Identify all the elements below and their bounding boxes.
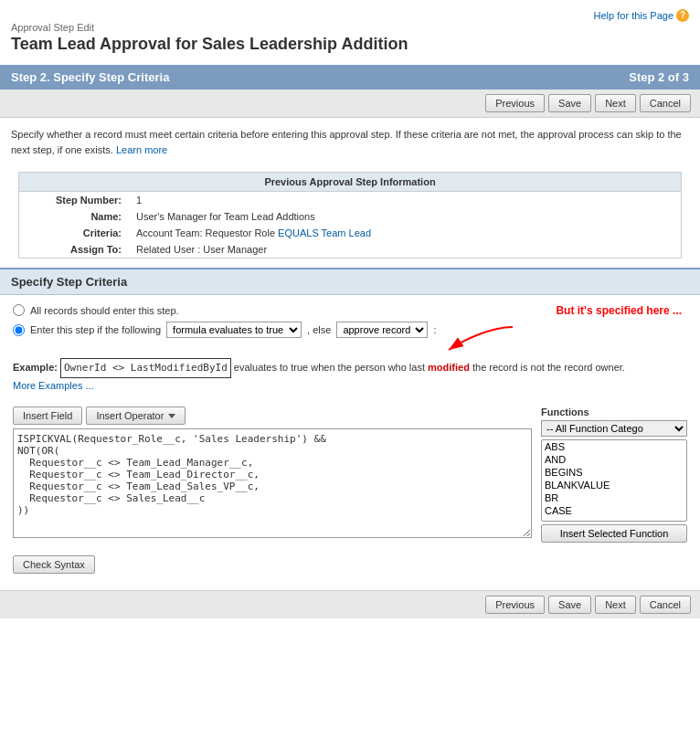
function-case[interactable]: CASE — [542, 504, 686, 517]
step-header: Step 2. Specify Step Criteria Step 2 of … — [0, 65, 700, 90]
formula-dropdown[interactable]: formula evaluates to true — [166, 322, 302, 338]
next-button-bottom[interactable]: Next — [595, 596, 636, 614]
radio-all-records-input[interactable] — [13, 304, 25, 316]
chevron-down-icon — [168, 414, 175, 418]
top-button-bar: Previous Save Next Cancel — [0, 90, 700, 118]
help-icon: ? — [676, 9, 689, 22]
function-blankvalue[interactable]: BLANKVALUE — [542, 479, 686, 491]
assign-value: Related User : User Manager — [129, 241, 681, 258]
bottom-button-bar: Previous Save Next Cancel — [0, 590, 700, 618]
formula-left: Insert Field Insert Operator ISPICKVAL(R… — [13, 406, 532, 543]
formula-buttons: Insert Field Insert Operator — [13, 406, 532, 425]
step-number-value: 1 — [129, 192, 681, 208]
step-header-left: Step 2. Specify Step Criteria — [11, 70, 169, 84]
criteria-body: But it's specified here ... All records … — [0, 295, 700, 353]
step-header-right: Step 2 of 3 — [629, 70, 689, 84]
functions-label: Functions — [541, 406, 687, 417]
functions-listbox[interactable]: ABS AND BEGINS BLANKVALUE BR CASE — [541, 439, 687, 522]
function-and[interactable]: AND — [542, 453, 686, 466]
name-value: User's Manager for Team Lead Addtions — [129, 208, 681, 225]
assign-row: Assign To: Related User : User Manager — [19, 241, 681, 258]
formula-container: Insert Field Insert Operator ISPICKVAL(R… — [0, 401, 700, 548]
previous-button-top[interactable]: Previous — [485, 94, 545, 112]
example-modified: modified — [428, 362, 470, 373]
formula-textarea[interactable]: ISPICKVAL(Requestor_Role__c, 'Sales Lead… — [13, 428, 532, 538]
cancel-button-top[interactable]: Cancel — [640, 94, 691, 112]
step-number-label: Step Number: — [19, 192, 129, 208]
criteria-value2[interactable]: Team Lead — [322, 227, 371, 238]
criteria-row: Criteria: Account Team: Requestor Role E… — [19, 225, 681, 241]
example-label: Example: — [13, 362, 58, 373]
help-link[interactable]: Help for this Page ? — [594, 9, 689, 22]
next-button-top[interactable]: Next — [595, 94, 636, 112]
insert-operator-button[interactable]: Insert Operator — [86, 406, 186, 425]
help-label: Help for this Page — [594, 10, 673, 21]
name-row: Name: User's Manager for Team Lead Addti… — [19, 208, 681, 225]
more-examples-link[interactable]: More Examples ... — [13, 380, 94, 391]
assign-label: Assign To: — [19, 241, 129, 258]
else-action-dropdown[interactable]: approve record — [336, 322, 428, 338]
prev-step-info: Previous Approval Step Information Step … — [18, 172, 682, 259]
description-area: Specify whether a record must meet certa… — [0, 118, 700, 166]
annotation-text: But it's specified here ... — [556, 304, 682, 317]
save-button-bottom[interactable]: Save — [548, 596, 591, 614]
prev-step-title: Previous Approval Step Information — [19, 173, 681, 192]
criteria-section: Specify Step Criteria But it's specified… — [0, 268, 700, 353]
function-begins[interactable]: BEGINS — [542, 466, 686, 479]
else-label: , else — [307, 324, 331, 335]
radio-enter-if: Enter this step if the following formula… — [13, 322, 687, 338]
function-br[interactable]: BR — [542, 491, 686, 504]
example-text1: evaluates to true when the person who la… — [234, 362, 425, 373]
colon: : — [433, 324, 436, 335]
insert-operator-label: Insert Operator — [96, 410, 164, 421]
learn-more-link[interactable]: Learn more — [116, 144, 167, 155]
name-label: Name: — [19, 208, 129, 225]
page-title: Team Lead Approval for Sales Leadership … — [11, 35, 689, 54]
criteria-equals[interactable]: EQUALS — [278, 227, 322, 238]
insert-field-button[interactable]: Insert Field — [13, 406, 82, 425]
radio-enter-if-label: Enter this step if the following — [30, 324, 161, 335]
description-text: Specify whether a record must meet certa… — [11, 129, 682, 155]
function-abs[interactable]: ABS — [542, 440, 686, 453]
previous-button-bottom[interactable]: Previous — [485, 596, 545, 614]
criteria-value: Account Team: Requestor Role EQUALS Team… — [129, 225, 681, 241]
arrow-icon — [444, 322, 517, 359]
breadcrumb: Approval Step Edit — [11, 22, 689, 33]
radio-enter-if-input[interactable] — [13, 324, 25, 336]
example-text2: the record is not the record owner. — [472, 362, 625, 373]
example-code: OwnerId <> LastModifiedById — [60, 358, 231, 378]
criteria-label: Criteria: — [19, 225, 129, 241]
example-area: Example: OwnerId <> LastModifiedById eva… — [0, 353, 700, 401]
criteria-value1: Account Team: Requestor Role — [136, 227, 275, 238]
insert-selected-function-button[interactable]: Insert Selected Function — [541, 524, 687, 543]
criteria-section-header: Specify Step Criteria — [0, 269, 700, 295]
check-syntax-area: Check Syntax — [0, 548, 700, 586]
step-number-row: Step Number: 1 — [19, 192, 681, 208]
formula-right: Functions -- All Function Catego ABS AND… — [541, 406, 687, 543]
radio-all-records-label: All records should enter this step. — [30, 305, 179, 316]
cancel-button-bottom[interactable]: Cancel — [640, 596, 691, 614]
save-button-top[interactable]: Save — [548, 94, 591, 112]
check-syntax-button[interactable]: Check Syntax — [13, 555, 95, 574]
functions-category-dropdown[interactable]: -- All Function Catego — [541, 420, 687, 437]
